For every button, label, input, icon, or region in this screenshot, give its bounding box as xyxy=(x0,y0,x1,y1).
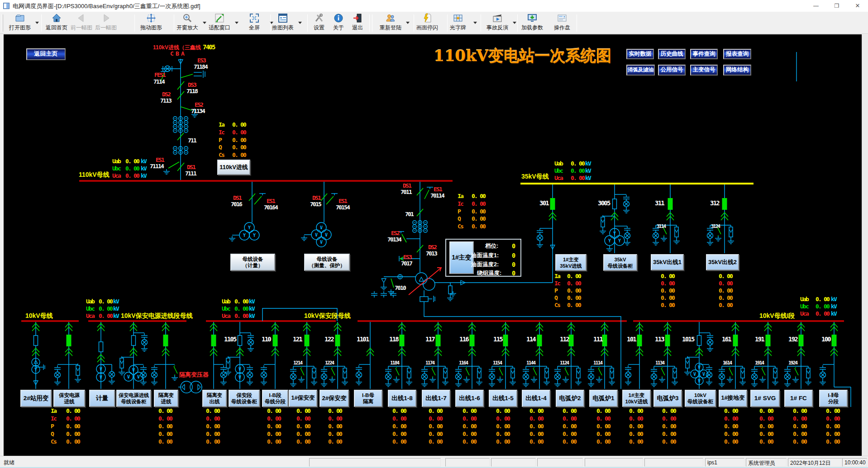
bay-label-button[interactable]: I-Ⅱ母分段 xyxy=(819,390,848,407)
nav-button[interactable]: 历史曲线 xyxy=(658,49,686,59)
toolbar-button-replay[interactable]: 事故反演 xyxy=(484,13,511,33)
status-panel: 系统管理员 xyxy=(746,458,787,467)
toolbar-button-lamp[interactable]: 光字牌 xyxy=(444,13,472,33)
meas-value: 0. 00 xyxy=(793,423,806,430)
toolbar-button-relogin[interactable]: 重新登陆 xyxy=(377,13,404,33)
dropdown-arrow-icon[interactable] xyxy=(235,22,238,24)
bay-label-button[interactable]: 隔离变进线 xyxy=(154,390,178,407)
toolbar-button-load[interactable]: 加载参数 xyxy=(519,13,546,33)
feeder-subnumber: 1144 xyxy=(526,360,535,366)
meas-value: 0. 00 xyxy=(793,438,806,445)
bay-label-button[interactable]: 出线1-4 xyxy=(522,390,550,407)
dropdown-arrow-icon[interactable] xyxy=(35,22,39,24)
toolbar-button-move[interactable]: 拖动图形 xyxy=(138,13,165,33)
nav-button[interactable]: 消弧及滤油 xyxy=(626,65,655,76)
bay-label-button[interactable]: 110kV进线 xyxy=(217,160,250,175)
meas-value: 0. 00 xyxy=(267,430,281,437)
meas-value: 0. 00 xyxy=(629,423,643,430)
bay-label-button[interactable]: 出线1-6 xyxy=(455,390,484,407)
nav-button[interactable]: 事件查询 xyxy=(690,49,718,59)
nav-button[interactable]: 实时数据 xyxy=(626,49,654,59)
bay-label-button[interactable]: 1#主变10kV进线 xyxy=(622,390,651,407)
bay-label-button[interactable]: 10kV母线设备柜 xyxy=(685,390,716,407)
toolbar-grip xyxy=(2,14,3,32)
bay-label-button[interactable]: 1# SVG xyxy=(750,390,780,407)
meas-value: 0. 00 xyxy=(529,438,543,445)
bay-label-button[interactable]: 35kV出线1 xyxy=(651,254,684,270)
meas-value: 0. 00 xyxy=(463,407,476,414)
diagram-label: 71134 xyxy=(191,108,205,114)
dropdown-arrow-icon[interactable] xyxy=(298,22,302,24)
nav-button[interactable]: 主变信号 xyxy=(690,65,718,76)
restore-button[interactable]: ❐ xyxy=(826,0,847,12)
bay-label-button[interactable]: 保安段母线设备柜 xyxy=(229,390,260,407)
meas-value: 0. 00 xyxy=(267,438,281,445)
bay-label-button[interactable]: 35kV母线设备柜 xyxy=(603,254,637,271)
svg-text:V: V xyxy=(127,374,130,379)
meas-value: 0. 00 xyxy=(662,430,676,437)
home-button[interactable]: 返回主页 xyxy=(26,48,66,60)
meas-value: 0. 00 xyxy=(662,423,676,430)
toolbar-button-zoom[interactable]: 开窗放大 xyxy=(174,13,201,33)
xf-row-value: 0 xyxy=(512,252,515,259)
toolbar-button-full[interactable]: 全屏 xyxy=(241,13,268,33)
bay-label-button[interactable]: 隔离变出线 xyxy=(202,390,227,407)
voltage-value: 0. 00 xyxy=(816,303,829,310)
nav-button[interactable]: 网络结构 xyxy=(723,65,751,76)
minimize-button[interactable]: — xyxy=(806,0,826,12)
toolbar-button-list[interactable]: 推图列表 xyxy=(269,13,296,33)
meas-value: 0. 00 xyxy=(724,438,738,445)
bay-label-button[interactable]: 电弧炉3 xyxy=(653,390,682,407)
toolbar-button-next[interactable]: 后一幅图 xyxy=(92,13,119,33)
bay-label-button[interactable]: 1# FC xyxy=(784,390,813,407)
bay-label-button[interactable]: 1#保安变 xyxy=(289,390,317,407)
diagram-label: 7010 xyxy=(395,284,405,291)
meas-label: Ia xyxy=(51,407,56,414)
bay-label-button[interactable]: 出线1-5 xyxy=(489,390,517,407)
meas-label: Cs xyxy=(51,438,56,445)
toolbar-button-oppanel[interactable]: 操作盘 xyxy=(548,13,576,33)
bay-label-button[interactable]: 计量 xyxy=(89,390,115,407)
dropdown-arrow-icon[interactable] xyxy=(513,22,516,24)
bay-label-button[interactable]: 出线1-8 xyxy=(388,390,416,407)
svg-text:Y: Y xyxy=(253,233,256,238)
bay-label-button[interactable]: I-B母隔离 xyxy=(354,390,382,407)
close-button[interactable]: ✕ xyxy=(847,0,868,12)
meas-value: 0. 00 xyxy=(563,415,576,422)
main-transformer-button[interactable]: 1#主变 xyxy=(449,241,474,274)
toolbar-separator xyxy=(41,14,42,32)
window-title: 电网调度员界面-[D:/IPS3000/BaseEnv/graph0/三鑫重工/… xyxy=(13,2,200,10)
nav-button[interactable]: 公用信号 xyxy=(658,65,686,76)
dropdown-arrow-icon[interactable] xyxy=(473,22,477,24)
bay-label-button[interactable]: 1#接地变 xyxy=(719,390,747,407)
dropdown-arrow-icon[interactable] xyxy=(406,22,410,24)
bay-label-button[interactable]: 电弧炉1 xyxy=(589,390,618,407)
meas-value: 0. 00 xyxy=(826,438,839,445)
meas-label: Ic xyxy=(51,415,56,422)
toolbar-button-folder[interactable]: 打开图形 xyxy=(6,13,33,33)
meas-value: 0. 00 xyxy=(793,430,806,437)
bay-label-button[interactable]: I-B段母线分段 xyxy=(262,390,288,407)
toolbar-separator xyxy=(372,14,372,32)
bay-label-button[interactable]: 出线1-7 xyxy=(422,390,450,407)
bay-label-button[interactable]: 电弧炉2 xyxy=(556,390,584,407)
toolbar-button-home[interactable]: 返回首页 xyxy=(43,13,70,33)
toolbar-button-prev[interactable]: 前一幅图 xyxy=(68,13,95,33)
bay-label-button[interactable]: 母线设备（测量、保护） xyxy=(304,254,350,271)
bay-label-button[interactable]: 2#站用变 xyxy=(20,390,52,407)
bay-label-button[interactable]: 35kV出线2 xyxy=(706,254,739,270)
feeder-number: 100 xyxy=(821,336,830,343)
toolbar-button-exit[interactable]: 退出 xyxy=(344,13,371,33)
toolbar-button-fit[interactable]: 适配窗口 xyxy=(206,13,233,33)
meas-value: 0. 00 xyxy=(66,438,80,445)
nav-button[interactable]: 报表查询 xyxy=(723,49,751,59)
feeder-number: 116 xyxy=(459,336,468,343)
bay-label-button[interactable]: 母线设备（计量） xyxy=(230,254,275,271)
toolbar-button-flash[interactable]: 画面停闪 xyxy=(414,13,441,33)
bay-label-button[interactable]: 1#主变35kV进线 xyxy=(555,254,587,271)
svg-text:Y: Y xyxy=(608,238,611,243)
bay-label-button[interactable]: 2#保安变 xyxy=(320,390,349,407)
diagram-label: 711 xyxy=(188,137,196,144)
bay-label-button[interactable]: 保安电源进线母线设备柜 xyxy=(116,390,151,407)
bay-label-button[interactable]: 保安电源进线 xyxy=(53,390,85,407)
